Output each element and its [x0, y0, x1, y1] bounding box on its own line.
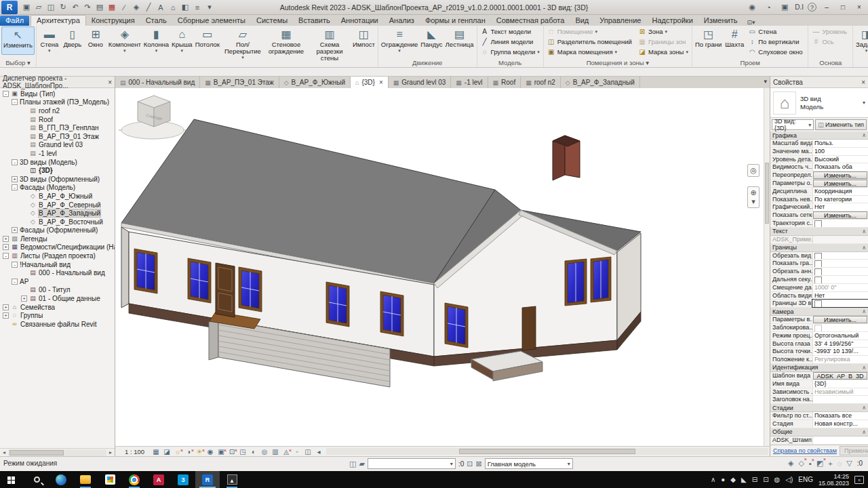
- photos-app-button[interactable]: ▲: [220, 471, 244, 488]
- titlebar-icon[interactable]: ▣: [778, 1, 791, 14]
- ribbon-group-label[interactable]: Движение: [380, 59, 475, 67]
- view-tab[interactable]: ◇ В_АР_Ф_Южный: [279, 77, 351, 88]
- signed-in-user[interactable]: D.I: [795, 3, 804, 11]
- ribbon-button[interactable]: Схема разрезки стены: [308, 26, 351, 67]
- chimney[interactable]: [553, 136, 580, 180]
- qat-icon[interactable]: ↷: [81, 1, 94, 14]
- property-value[interactable]: [812, 396, 868, 403]
- edge-app-button[interactable]: [49, 471, 73, 488]
- tree-expander-icon[interactable]: +: [3, 236, 9, 242]
- property-value[interactable]: Нет: [812, 292, 868, 300]
- tree-expander-icon[interactable]: +: [3, 244, 9, 250]
- ribbon-tab[interactable]: Сталь: [140, 16, 172, 26]
- tree-expander-icon[interactable]: -: [12, 184, 18, 190]
- view-tab[interactable]: ▤ 000 - Начальный вид: [115, 77, 200, 88]
- ribbon-button[interactable]: Пандус: [419, 26, 443, 54]
- property-row[interactable]: Параметры о... Изменить...: [770, 180, 868, 188]
- tree-item[interactable]: Связанные файлы Revit: [0, 320, 115, 329]
- project-browser-header[interactable]: Диспетчер проекта - ADSK_ШаблонПро... ×: [0, 77, 115, 88]
- property-value[interactable]: [812, 436, 868, 444]
- qat-icon[interactable]: ◧: [179, 1, 191, 14]
- ribbon-button[interactable]: Шахта: [723, 26, 746, 54]
- property-row[interactable]: ADSK_Штамп ...: [770, 436, 868, 445]
- close-icon[interactable]: ×: [861, 79, 865, 86]
- ribbon-button[interactable]: Лестница: [444, 26, 475, 54]
- property-value[interactable]: Показать оба: [812, 163, 868, 171]
- restore-button[interactable]: □: [837, 3, 849, 11]
- property-value[interactable]: [812, 220, 868, 227]
- ribbon-tab[interactable]: Совместная работа: [491, 16, 570, 26]
- apply-button[interactable]: Применить: [840, 446, 868, 455]
- property-value[interactable]: Ортогональный: [812, 332, 868, 340]
- property-value[interactable]: [812, 268, 868, 275]
- property-value[interactable]: 1000' 0": [812, 284, 868, 291]
- properties-section-header[interactable]: Общие: [770, 428, 868, 436]
- ribbon-small-button[interactable]: Стена: [746, 26, 806, 37]
- file-explorer-button[interactable]: [73, 471, 98, 488]
- property-row[interactable]: Траектория с...: [770, 220, 868, 228]
- tree-item[interactable]: Roof: [0, 115, 115, 124]
- network-icon[interactable]: ◍: [774, 476, 781, 483]
- tree-expander-icon[interactable]: +: [21, 296, 27, 302]
- property-value[interactable]: Нет: [812, 203, 868, 211]
- tray-misc-icon[interactable]: ◣: [741, 476, 747, 483]
- tree-expander-icon[interactable]: +: [12, 176, 18, 182]
- ribbon-button[interactable]: По грани: [694, 26, 723, 54]
- properties-header[interactable]: Свойства ×: [770, 77, 868, 88]
- ribbon-button[interactable]: Дверь: [61, 26, 84, 54]
- property-value[interactable]: Изменить...: [813, 180, 867, 187]
- ribbon-button[interactable]: Колонна ▾: [142, 26, 170, 54]
- property-row[interactable]: Масштаб вида Польз.: [770, 140, 868, 148]
- property-value[interactable]: Изменить...: [813, 211, 867, 219]
- scrollbar-thumb[interactable]: [459, 449, 636, 454]
- ribbon-button[interactable]: Импост: [351, 26, 376, 54]
- collapse-icon[interactable]: [862, 228, 866, 235]
- type-selector[interactable]: ⌂ 3D вид Модель ▾: [770, 88, 868, 118]
- property-row[interactable]: Дальняя секу...: [770, 276, 868, 284]
- qat-icon[interactable]: ▱: [33, 1, 45, 14]
- ribbon-small-button[interactable]: Марка зоны ▾: [636, 47, 690, 57]
- defender-icon[interactable]: ◆: [730, 476, 736, 483]
- property-row[interactable]: Переопредел... Изменить...: [770, 171, 868, 180]
- tree-expander-icon[interactable]: -: [12, 262, 18, 268]
- ribbon-button[interactable]: Потолок: [194, 26, 221, 54]
- tree-expander-icon[interactable]: +: [3, 312, 9, 319]
- 3dsmax-app-button[interactable]: 3: [171, 471, 195, 488]
- property-row[interactable]: ADSK_Приме...: [770, 236, 868, 244]
- property-value[interactable]: [812, 324, 868, 331]
- tree-item[interactable]: + 01 - Общие данные: [0, 294, 115, 303]
- ribbon-small-button[interactable]: Ось: [810, 37, 851, 47]
- properties-section-header[interactable]: Границы: [770, 244, 868, 252]
- property-row[interactable]: Заголовок на...: [770, 396, 868, 404]
- property-row[interactable]: Значение ма... 100: [770, 148, 868, 156]
- element-selector-dropdown[interactable]: 3D вид: {3D}: [772, 119, 814, 130]
- close-button[interactable]: ×: [853, 3, 865, 11]
- ribbon-button[interactable]: Стена ▾: [38, 26, 61, 54]
- property-row[interactable]: Имя вида {3D}: [770, 380, 868, 388]
- titlebar-icon[interactable]: ◔: [762, 1, 774, 14]
- canvas-vertical-scrollbar[interactable]: [764, 88, 770, 446]
- ribbon-small-button[interactable]: Линия модели: [479, 37, 542, 47]
- property-row[interactable]: Границы 3D в...: [770, 300, 868, 308]
- ribbon-group-label[interactable]: Рабочая плоскость: [854, 59, 868, 67]
- collapse-icon[interactable]: [862, 132, 866, 138]
- qat-icon[interactable]: ╱: [142, 1, 155, 14]
- notification-center-icon[interactable]: ≡: [854, 476, 864, 484]
- qat-icon[interactable]: ↻: [57, 1, 69, 14]
- tree-item[interactable]: {3D}: [0, 166, 115, 175]
- properties-help-link[interactable]: Справка по свойствам: [773, 447, 837, 454]
- qat-icon[interactable]: ▦: [106, 1, 118, 14]
- property-row[interactable]: Зависимость ... Независимый: [770, 388, 868, 396]
- tree-expander-icon[interactable]: +: [12, 227, 18, 233]
- edit-type-button[interactable]: Изменить тип: [815, 119, 867, 130]
- ribbon-small-button[interactable]: Границы зон: [636, 37, 690, 47]
- workset-dropdown[interactable]: [368, 458, 456, 469]
- qat-icon[interactable]: ∕: [118, 1, 130, 14]
- ribbon-group-label[interactable]: Проем: [694, 59, 807, 67]
- titlebar-icon[interactable]: ◉: [746, 1, 758, 14]
- chrome-app-button[interactable]: [122, 471, 146, 488]
- property-value[interactable]: {3D}: [812, 380, 868, 388]
- properties-section-header[interactable]: Текст: [770, 228, 868, 236]
- ribbon-small-button[interactable]: Слуховое окно: [746, 47, 806, 57]
- modify-panel-dropdown-icon[interactable]: ⊡▾: [743, 19, 759, 26]
